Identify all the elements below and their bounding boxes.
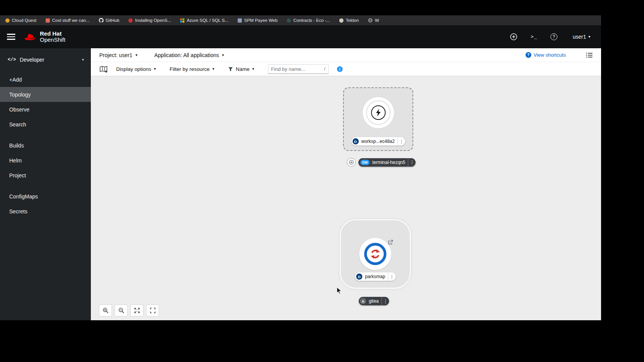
bookmark-azure-sql[interactable]: Azure SQL / SQL S... bbox=[180, 18, 228, 23]
deployment-badge: D bbox=[356, 274, 362, 280]
kebab-menu-icon[interactable]: ⋮ bbox=[382, 298, 389, 304]
info-icon[interactable]: i bbox=[337, 66, 343, 72]
chevron-down-icon: ▾ bbox=[82, 58, 84, 62]
zoom-out-button[interactable] bbox=[115, 305, 128, 316]
perspective-switcher[interactable]: </> Developer ▾ bbox=[0, 54, 91, 66]
view-shortcuts-label: View shortcuts bbox=[534, 52, 566, 58]
add-circle-icon[interactable] bbox=[510, 33, 518, 41]
terminal-node-label[interactable]: DW terminal-hezqn5 ⋮ bbox=[358, 158, 416, 167]
globe-icon bbox=[368, 18, 373, 23]
name-filter-dropdown[interactable]: Name ▾ bbox=[228, 66, 254, 72]
nav-group-config: ConfigMaps Secrets bbox=[0, 189, 91, 219]
application-label: Application: All applications bbox=[154, 52, 219, 58]
lightning-bolt-icon bbox=[371, 105, 386, 120]
zoom-in-button[interactable] bbox=[99, 305, 112, 316]
bookmark-tekton[interactable]: Tekton bbox=[339, 18, 359, 23]
brand-text: Red Hat OpenShift bbox=[40, 31, 66, 43]
chevron-down-icon: ▾ bbox=[252, 67, 254, 71]
kebab-menu-icon[interactable]: ⋮ bbox=[408, 159, 416, 165]
bookmark-label: W bbox=[375, 18, 379, 23]
filter-by-resource-dropdown[interactable]: Filter by resource ▾ bbox=[170, 66, 214, 72]
list-view-icon[interactable] bbox=[586, 52, 593, 58]
gitea-application-label[interactable]: A gitea ⋮ bbox=[359, 297, 389, 305]
find-by-name-wrapper: / bbox=[268, 64, 329, 74]
main-content: Project: user1 ▾ Application: All applic… bbox=[91, 48, 601, 320]
sidebar-item-add[interactable]: +Add bbox=[0, 72, 91, 87]
fit-to-screen-button[interactable] bbox=[130, 305, 143, 316]
user-menu[interactable]: user1 ▾ bbox=[573, 34, 590, 40]
filter-by-resource-label: Filter by resource bbox=[170, 66, 210, 72]
display-options-dropdown[interactable]: Display options ▾ bbox=[116, 66, 156, 72]
bookmarks-bar: Cloud Quest Cool stuff we can... GitHub … bbox=[0, 15, 601, 25]
terminal-devworkspace-row: DW terminal-hezqn5 ⋮ bbox=[347, 158, 416, 167]
chevron-down-icon: ▾ bbox=[154, 67, 156, 71]
export-application-icon[interactable] bbox=[99, 66, 108, 73]
sidebar-item-project[interactable]: Project bbox=[0, 168, 91, 183]
kebab-menu-icon[interactable]: ⋮ bbox=[388, 274, 396, 280]
sidebar-item-configmaps[interactable]: ConfigMaps bbox=[0, 189, 91, 204]
bookmark-cloud-quest[interactable]: Cloud Quest bbox=[5, 18, 36, 23]
bookmark-contracts[interactable]: Contracts - Eco -... bbox=[287, 18, 330, 23]
openshift-favicon bbox=[128, 18, 133, 23]
parksmap-application-group[interactable]: D parksmap ⋮ bbox=[340, 219, 411, 289]
username: user1 bbox=[573, 34, 586, 40]
bookmark-label: Azure SQL / SQL S... bbox=[187, 18, 228, 23]
parksmap-node-label[interactable]: D parksmap ⋮ bbox=[355, 272, 396, 281]
bookmark-cool-stuff[interactable]: Cool stuff we can... bbox=[46, 18, 90, 23]
bookmark-spm-payee[interactable]: SPM Payee Web bbox=[238, 18, 278, 23]
chevron-down-icon: ▾ bbox=[588, 35, 590, 39]
devworkspace-decorator-icon[interactable] bbox=[347, 158, 356, 167]
bookmark-installing-openshift[interactable]: Installing OpenS... bbox=[128, 18, 171, 23]
sidebar-nav: </> Developer ▾ +Add Topology Observe Se… bbox=[0, 48, 91, 320]
page-favicon bbox=[238, 18, 242, 23]
find-by-name-input[interactable] bbox=[271, 66, 323, 72]
chevron-down-icon: ▾ bbox=[212, 67, 214, 71]
parksmap-node-circle[interactable] bbox=[359, 238, 391, 270]
workspace-ring bbox=[366, 100, 391, 125]
bookmark-github[interactable]: GitHub bbox=[99, 18, 120, 23]
kebab-menu-icon[interactable]: ⋮ bbox=[398, 139, 405, 144]
chevron-down-icon: ▾ bbox=[135, 53, 137, 57]
terminal-node-name: terminal-hezqn5 bbox=[370, 160, 408, 165]
sidebar-item-topology[interactable]: Topology bbox=[0, 87, 91, 102]
redhat-openshift-logo: Red Hat OpenShift bbox=[24, 31, 66, 43]
topology-canvas[interactable]: D worksp...ec48a2 ⋮ DW terminal-hezqn5 bbox=[91, 76, 601, 320]
workspace-node-name: worksp...ec48a2 bbox=[358, 139, 397, 144]
devworkspace-badge: DW bbox=[360, 160, 370, 165]
gitea-application-name: gitea bbox=[366, 298, 381, 304]
bookmark-w[interactable]: W bbox=[368, 18, 379, 23]
nav-group-main: +Add Topology Observe Search bbox=[0, 72, 91, 132]
sidebar-item-helm[interactable]: Helm bbox=[0, 153, 91, 168]
view-shortcuts-link[interactable]: ? View shortcuts bbox=[526, 52, 566, 58]
sidebar-item-observe[interactable]: Observe bbox=[0, 102, 91, 117]
tekton-favicon bbox=[339, 18, 343, 23]
sidebar-item-secrets[interactable]: Secrets bbox=[0, 204, 91, 219]
application-badge: A bbox=[360, 298, 366, 304]
name-filter-label: Name bbox=[236, 66, 250, 72]
project-label: Project: user1 bbox=[99, 52, 132, 58]
slash-shortcut-hint: / bbox=[324, 66, 325, 72]
fullscreen-button[interactable] bbox=[146, 305, 159, 316]
question-circle-icon: ? bbox=[526, 52, 531, 58]
github-icon bbox=[99, 18, 104, 23]
workspace-deployment-node[interactable]: D worksp...ec48a2 ⋮ bbox=[343, 87, 413, 151]
page-favicon bbox=[46, 18, 50, 23]
application-switcher[interactable]: Application: All applications ▾ bbox=[154, 52, 224, 58]
help-icon[interactable]: ? bbox=[550, 33, 557, 40]
external-link-icon[interactable] bbox=[388, 239, 393, 245]
cloud-quest-favicon bbox=[5, 18, 10, 23]
bookmark-label: SPM Payee Web bbox=[244, 18, 278, 23]
chevron-down-icon: ▾ bbox=[222, 53, 224, 57]
filter-funnel-icon bbox=[228, 67, 233, 72]
canvas-controls bbox=[99, 305, 159, 316]
web-terminal-icon[interactable]: >_ bbox=[531, 34, 537, 40]
hamburger-menu-icon[interactable] bbox=[7, 34, 15, 40]
microsoft-grid-icon bbox=[180, 18, 184, 23]
bookmark-label: GitHub bbox=[106, 18, 120, 23]
topology-toolbar: Display options ▾ Filter by resource ▾ N… bbox=[91, 62, 601, 76]
project-switcher[interactable]: Project: user1 ▾ bbox=[99, 52, 137, 58]
sidebar-item-builds[interactable]: Builds bbox=[0, 138, 91, 153]
sidebar-item-search[interactable]: Search bbox=[0, 117, 91, 132]
workspace-node-label[interactable]: D worksp...ec48a2 ⋮ bbox=[351, 137, 405, 146]
workspace-node-circle[interactable] bbox=[362, 97, 394, 129]
